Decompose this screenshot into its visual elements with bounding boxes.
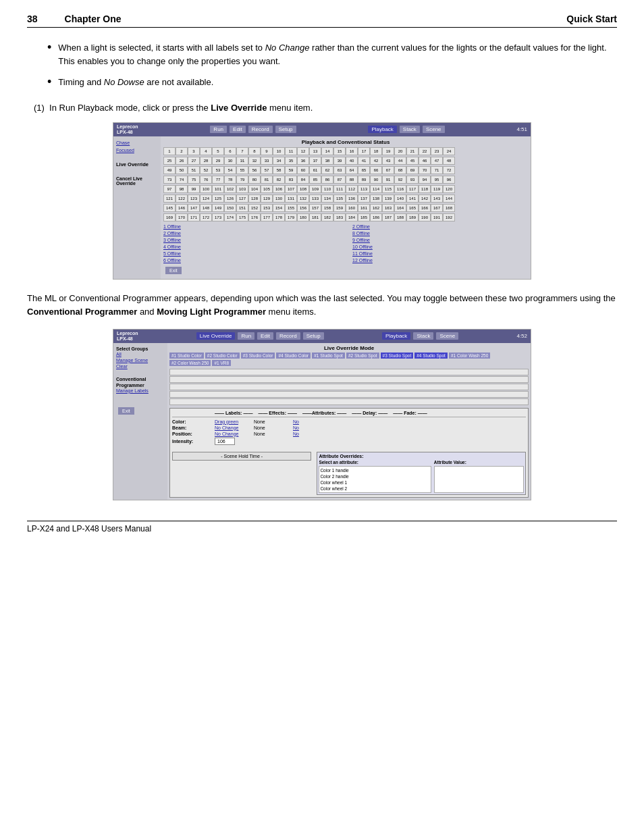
scr2-bottom-section: - Scene Hold Time - Attribute Overrides:… (172, 449, 526, 495)
attr-item-control[interactable]: Control (320, 492, 429, 493)
offline-7[interactable]: 2 Offline (352, 224, 528, 229)
menu-run[interactable]: Run (210, 126, 227, 133)
bold-conventional-programmer: Conventional Programmer (27, 307, 137, 317)
prog-val-position-attrs[interactable]: No (293, 432, 327, 436)
attr-item-colorwheel1[interactable]: Color wheel 1 (320, 479, 429, 486)
scr1-logo: Leprecon LPX-48 (117, 124, 138, 134)
scr2-sidebar-clear[interactable]: Clear (116, 364, 165, 369)
offline-11[interactable]: 11 Offline (352, 251, 528, 256)
prog-val-color-labels[interactable]: Drag green (215, 419, 248, 424)
offline-9[interactable]: 9 Offline (352, 238, 528, 242)
group-4-studio-spot[interactable]: #4 Studio Spot (414, 353, 448, 359)
group-2-color-wash-250[interactable]: #2 Color Wash 250 (169, 360, 211, 366)
menu-setup[interactable]: Setup (275, 126, 296, 133)
cell-35: 35 (285, 157, 297, 165)
group-2-studio-spot[interactable]: #2 Studio Spot (346, 353, 379, 359)
offline-4[interactable]: 4 Offline (163, 244, 339, 249)
sidebar-live-override[interactable]: Live Override (116, 160, 158, 169)
cell-49: 49 (163, 166, 176, 174)
menu2-scene[interactable]: Scene (436, 332, 458, 340)
sidebar-chase[interactable]: Chase (116, 139, 158, 147)
cell-82: 82 (273, 176, 285, 184)
attr-value-input[interactable] (434, 466, 524, 493)
menu2-edit[interactable]: Edit (257, 332, 273, 340)
cell-109: 109 (309, 185, 321, 193)
scr2-sidebar-manage-scene[interactable]: Manage Scene (116, 358, 165, 363)
offline-6[interactable]: 6 Offline (163, 258, 339, 263)
prog-header-effects: —— Effects: —— (258, 411, 297, 415)
cell-76: 76 (200, 176, 212, 184)
scr2-sidebar-manage-labels[interactable]: Manage Labels (116, 388, 165, 393)
offline-1[interactable]: 1 Offline (163, 224, 339, 229)
scr1-menu-right[interactable]: Playback Stack Scene (368, 126, 444, 133)
scr2-menu-left[interactable]: Live Override Run Edit Record Setup (196, 332, 324, 340)
cell-55: 55 (236, 166, 248, 174)
offline-2[interactable]: 2 Offline (163, 231, 339, 236)
cell-171: 171 (188, 213, 200, 221)
menu2-record[interactable]: Record (276, 332, 300, 340)
cell-142: 142 (419, 194, 431, 203)
scr2-sidebar-all[interactable]: All (116, 352, 165, 357)
attr-item-color1[interactable]: Color 1 handle (320, 467, 429, 473)
group-1-vr8[interactable]: #1 VR8 (212, 360, 231, 366)
prog-val-beam-labels[interactable]: No Change (215, 425, 248, 430)
offline-3[interactable]: 3 Offline (163, 238, 339, 242)
cell-65: 65 (358, 166, 370, 174)
menu-playback[interactable]: Playback (368, 126, 396, 133)
offline-8[interactable]: 8 Offline (352, 231, 528, 236)
cell-58: 58 (273, 166, 285, 174)
scr2-mode-title: Live Override Mode (169, 345, 529, 351)
menu2-setup[interactable]: Setup (303, 332, 324, 340)
menu-edit[interactable]: Edit (230, 126, 246, 133)
cell-105: 105 (261, 185, 273, 193)
scr2-main: Live Override Mode #1 Studio Color #2 St… (167, 343, 531, 500)
menu-scene[interactable]: Scene (423, 126, 445, 133)
sidebar-focused[interactable]: Focused (116, 147, 158, 154)
attr-item-colorwheel2[interactable]: Color wheel 2 (320, 486, 429, 492)
menu-record[interactable]: Record (248, 126, 273, 133)
attr-item-color2[interactable]: Color 2 handle (320, 473, 429, 479)
prog-val-color-attrs[interactable]: No (293, 419, 327, 424)
prog-val-intensity[interactable]: 106 (215, 438, 235, 445)
offline-12[interactable]: 12 Offline (352, 258, 528, 263)
italic-no-change: No Change (265, 43, 310, 53)
cell-37: 37 (309, 157, 321, 165)
cell-33: 33 (261, 157, 273, 165)
page-header: 38 Chapter One Quick Start (27, 14, 617, 28)
group-3-studio-color[interactable]: #3 Studio Color (241, 353, 275, 359)
offline-10[interactable]: 10 Offline (352, 244, 528, 249)
scr2-menu-right[interactable]: Playback Stack Scene (382, 332, 458, 340)
cell-114: 114 (370, 185, 382, 193)
scr1-exit-button[interactable]: Exit (165, 267, 182, 274)
bullet-item-1: • When a light is selected, it starts wi… (47, 41, 617, 68)
group-3-studio-spot[interactable]: #3 Studio Spot (381, 353, 414, 359)
scr2-group-grid[interactable]: #1 Studio Color #2 Studio Color #3 Studi… (169, 353, 529, 366)
group-1-studio-color[interactable]: #1 Studio Color (169, 353, 204, 359)
menu2-playback[interactable]: Playback (382, 332, 410, 340)
scr2-sidebar-select-groups-label: Select Groups (116, 346, 148, 351)
grid-row-3: 4950515253545556575859606162636465666768… (163, 166, 528, 174)
prog-val-beam-attrs[interactable]: No (293, 425, 327, 430)
chapter-title: Quick Start (566, 14, 617, 24)
group-1-studio-spot[interactable]: #1 Studio Spot (312, 353, 345, 359)
attr-list[interactable]: Color 1 handle Color 2 handle Color whee… (319, 466, 431, 493)
cell-160: 160 (346, 204, 358, 212)
cell-113: 113 (358, 185, 370, 193)
group-2-studio-color[interactable]: #2 Studio Color (205, 353, 240, 359)
scr2-logo: Leprecon LPX-48 (117, 331, 138, 341)
menu2-run[interactable]: Run (238, 332, 254, 340)
cell-26: 26 (176, 157, 188, 165)
scr2-exit-button[interactable]: Exit (118, 407, 134, 415)
menu2-live-override[interactable]: Live Override (196, 332, 236, 340)
scr1-menu-left[interactable]: Run Edit Record Setup (210, 126, 296, 133)
menu2-stack[interactable]: Stack (413, 332, 433, 340)
menu-stack[interactable]: Stack (400, 126, 420, 133)
prog-val-beam-effects: None (254, 425, 288, 430)
prog-val-position-labels[interactable]: No Change (215, 432, 248, 436)
sidebar-cancel-live-override[interactable]: Cancel LiveOverride (116, 175, 158, 187)
group-1-color-wash-250[interactable]: #1 Color Wash 250 (449, 353, 490, 359)
scr2-body: Select Groups All Manage Scene Clear Con… (113, 343, 531, 500)
cell-20: 20 (394, 147, 406, 155)
offline-5[interactable]: 5 Offline (163, 251, 339, 256)
group-4-studio-color[interactable]: #4 Studio Color (276, 353, 311, 359)
